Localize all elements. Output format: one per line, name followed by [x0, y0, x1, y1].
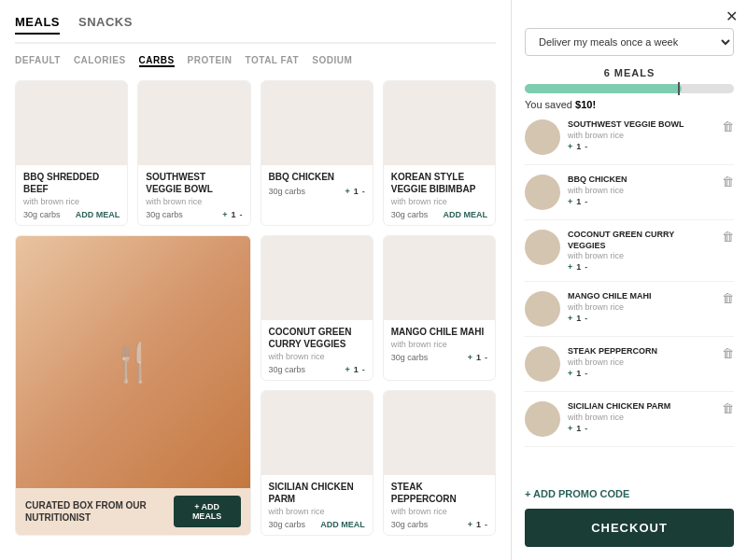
meal-carbs-mango: 30g carbs	[391, 353, 429, 362]
cart-item-mango: MANGO CHILE MAHI with brown rice + 1 - 🗑	[525, 291, 734, 337]
cart-qty-plus-steak[interactable]: +	[568, 369, 572, 378]
cart-qty-minus-bbq-chicken[interactable]: -	[585, 197, 587, 206]
filter-calories[interactable]: CALORIES	[74, 55, 126, 67]
cart-delete-veggie-bowl[interactable]: 🗑	[722, 119, 734, 133]
cart-item-details-veggie-bowl: SOUTHWEST VEGGIE BOWL with brown rice + …	[568, 119, 714, 151]
qty-plus-curry[interactable]: +	[345, 365, 349, 374]
cart-qty-minus-steak[interactable]: -	[585, 369, 587, 378]
meal-sub-korean: with brown rice	[391, 197, 487, 206]
qty-plus-steak[interactable]: +	[468, 520, 472, 529]
cart-qty-minus-sicilian[interactable]: -	[585, 424, 587, 433]
cart-qty-ctrl-bbq-chicken: + 1 -	[568, 197, 714, 206]
qty-num-veggie-bowl: 1	[231, 210, 235, 219]
meal-grid: BBQ SHREDDED BEEF with brown rice 30g ca…	[15, 80, 496, 536]
cart-qty-plus-sicilian[interactable]: +	[568, 424, 572, 433]
cart-item-img-bbq-chicken	[525, 175, 560, 210]
meal-card-sicilian[interactable]: SICILIAN CHICKEN PARM with brown rice 30…	[261, 390, 374, 536]
meal-card-featured: 🍴 CURATED BOX FROM OUR NUTRITIONIST + AD…	[15, 235, 251, 536]
qty-plus-veggie-bowl[interactable]: +	[222, 210, 227, 219]
cart-qty-plus-mango[interactable]: +	[568, 314, 572, 323]
cart-qty-num-sicilian: 1	[576, 424, 581, 433]
qty-ctrl-steak: + 1 -	[468, 520, 487, 529]
tab-snacks[interactable]: SNACKS	[78, 15, 133, 35]
qty-minus-curry[interactable]: -	[362, 365, 365, 374]
qty-minus-mango[interactable]: -	[485, 353, 487, 362]
cart-qty-minus-curry[interactable]: -	[585, 262, 587, 272]
cart-item-sub-mango: with brown rice	[568, 302, 714, 312]
filter-carbs[interactable]: CARBS	[139, 55, 175, 67]
meal-name-bbq-chicken: BBQ CHICKEN	[269, 171, 365, 183]
cart-item-sub-bbq-chicken: with brown rice	[568, 186, 714, 195]
cart-qty-ctrl-steak: + 1 -	[568, 369, 714, 378]
qty-plus-mango[interactable]: +	[468, 353, 472, 362]
cart-item-img-sicilian	[525, 401, 560, 437]
cart-qty-ctrl-mango: + 1 -	[568, 314, 714, 323]
savings-amount: $10!	[575, 99, 596, 110]
filter-protein[interactable]: PROTEIN	[188, 55, 233, 67]
cart-delete-bbq-chicken[interactable]: 🗑	[722, 175, 734, 189]
add-meals-button[interactable]: + ADD MEALS	[174, 496, 241, 527]
meal-carbs-veggie-bowl: 30g carbs	[146, 210, 183, 219]
cart-delete-curry[interactable]: 🗑	[722, 230, 734, 244]
qty-ctrl-curry: + 1 -	[345, 365, 364, 374]
filter-sodium[interactable]: SODIUM	[312, 55, 352, 67]
meal-name-bbq-beef: BBQ SHREDDED BEEF	[23, 171, 120, 195]
meal-card-steak[interactable]: STEAK PEPPERCORN with brown rice 30g car…	[383, 390, 496, 536]
cart-delete-steak[interactable]: 🗑	[722, 346, 734, 360]
cart-qty-minus-mango[interactable]: -	[585, 314, 587, 323]
cart-item-details-bbq-chicken: BBQ CHICKEN with brown rice + 1 -	[568, 175, 714, 206]
meal-card-veggie-bowl[interactable]: SOUTHWEST VEGGIE BOWL with brown rice 30…	[137, 80, 250, 226]
cart-delete-sicilian[interactable]: 🗑	[722, 401, 734, 415]
checkout-button[interactable]: CHECKOUT	[525, 509, 734, 547]
cart-item-img-steak	[525, 346, 560, 382]
add-meal-sicilian[interactable]: ADD MEAL	[320, 520, 365, 529]
add-meal-korean[interactable]: ADD MEAL	[444, 210, 488, 219]
tab-bar: MEALS SNACKS	[15, 15, 496, 44]
promo-code-link[interactable]: + ADD PROMO CODE	[525, 488, 734, 499]
delivery-dropdown[interactable]: Deliver my meals once a week Deliver my …	[525, 28, 734, 56]
cart-qty-ctrl-curry: + 1 -	[568, 262, 714, 272]
cart-qty-minus-veggie-bowl[interactable]: -	[585, 142, 587, 151]
cart-qty-plus-bbq-chicken[interactable]: +	[568, 197, 572, 206]
meal-sub-veggie-bowl: with brown rice	[146, 197, 242, 206]
meal-card-mango[interactable]: MANGO CHILE MAHI with brown rice 30g car…	[383, 235, 496, 381]
meal-card-curry[interactable]: COCONUT GREEN CURRY VEGGIES with brown r…	[261, 235, 374, 381]
meal-carbs-korean: 30g carbs	[391, 210, 429, 219]
meal-card-bbq-chicken[interactable]: BBQ CHICKEN 30g carbs + 1 -	[261, 80, 374, 226]
meal-image-sicilian	[261, 391, 373, 475]
cart-qty-plus-veggie-bowl[interactable]: +	[568, 142, 572, 151]
featured-footer: CURATED BOX FROM OUR NUTRITIONIST + ADD …	[16, 488, 250, 535]
meal-name-veggie-bowl: SOUTHWEST VEGGIE BOWL	[146, 171, 242, 195]
meal-info-korean: KOREAN STYLE VEGGIE BIBIMBAP with brown …	[384, 165, 495, 225]
cart-qty-ctrl-veggie-bowl: + 1 -	[568, 142, 714, 151]
qty-plus-bbq-chicken[interactable]: +	[345, 187, 349, 196]
cart-item-details-curry: COCONUT GREEN CURRY VEGGIES with brown r…	[568, 230, 714, 272]
meal-sub-bbq-beef: with brown rice	[23, 197, 120, 206]
cart-item-veggie-bowl: SOUTHWEST VEGGIE BOWL with brown rice + …	[525, 119, 734, 165]
add-meal-bbq-beef[interactable]: ADD MEAL	[76, 210, 120, 219]
cart-qty-num-veggie-bowl: 1	[576, 142, 581, 151]
meal-name-curry: COCONUT GREEN CURRY VEGGIES	[269, 326, 365, 350]
meal-info-curry: COCONUT GREEN CURRY VEGGIES with brown r…	[261, 320, 373, 380]
filter-default[interactable]: DEFAULT	[15, 55, 61, 67]
close-button[interactable]: ✕	[726, 7, 738, 25]
meal-carbs-bbq-beef: 30g carbs	[23, 210, 61, 219]
meal-card-bbq-beef[interactable]: BBQ SHREDDED BEEF with brown rice 30g ca…	[15, 80, 128, 226]
meal-image-steak	[384, 391, 495, 475]
cart-delete-mango[interactable]: 🗑	[722, 291, 734, 305]
meal-footer-curry: 30g carbs + 1 -	[269, 365, 365, 374]
meal-image-bbq-beef	[16, 81, 127, 165]
cart-item-img-mango	[525, 291, 560, 327]
cart-qty-plus-curry[interactable]: +	[568, 262, 572, 272]
qty-num-mango: 1	[476, 353, 481, 362]
savings-text: You saved $10!	[525, 99, 734, 110]
filter-total-fat[interactable]: TOTAL FAT	[246, 55, 300, 67]
cart-item-sub-veggie-bowl: with brown rice	[568, 131, 714, 140]
meal-sub-mango: with brown rice	[391, 340, 487, 349]
qty-minus-veggie-bowl[interactable]: -	[240, 210, 243, 219]
featured-image: 🍴	[16, 236, 250, 488]
qty-minus-bbq-chicken[interactable]: -	[362, 187, 365, 196]
meal-card-korean[interactable]: KOREAN STYLE VEGGIE BIBIMBAP with brown …	[383, 80, 496, 226]
qty-minus-steak[interactable]: -	[485, 520, 487, 529]
tab-meals[interactable]: MEALS	[15, 15, 60, 35]
